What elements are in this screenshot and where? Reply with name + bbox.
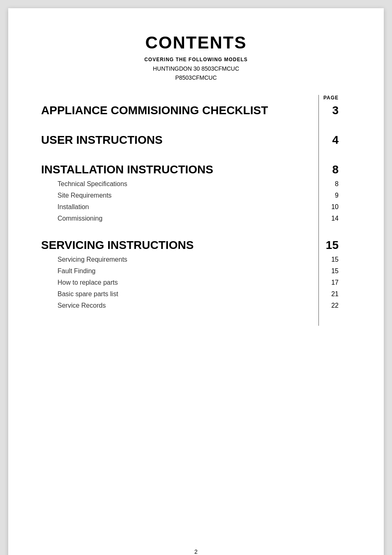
toc-section-user: USER INSTRUCTIONS 4: [41, 134, 339, 147]
toc-row-installation: INSTALLATION INSTRUCTIONS 8: [41, 163, 339, 176]
toc-row-serv-req: Servicing Requirements 15: [41, 256, 339, 263]
model1: HUNTINGDON 30 8503CFMCUC: [41, 64, 351, 73]
toc-sub-spare-parts: Basic spare parts list: [41, 290, 306, 298]
toc-sub-site-req: Site Requirements: [41, 192, 306, 199]
toc-left-column: PAGE APPLIANCE COMMISIONING CHECKLIST 3 …: [41, 95, 351, 326]
toc-row-service-records: Service Records 22: [41, 302, 339, 309]
toc-sub-fault-finding: Fault Finding: [41, 267, 306, 275]
toc-page-serv-req: 15: [306, 256, 339, 263]
toc-page-user: 4: [306, 134, 339, 147]
toc-section-installation: INSTALLATION INSTRUCTIONS 8 Technical Sp…: [41, 163, 339, 222]
toc-page-site-req: 9: [306, 192, 339, 199]
toc-sub-replace-parts: How to replace parts: [41, 279, 306, 286]
toc-page-installation: 8: [306, 163, 339, 176]
toc-page-commissioning: 3: [306, 104, 339, 117]
toc-page-commissioning-sub: 14: [306, 215, 339, 222]
toc-row-spare-parts: Basic spare parts list 21: [41, 290, 339, 298]
toc-row-installation-sub: Installation 10: [41, 203, 339, 211]
toc-sub-commissioning: Commissioning: [41, 215, 306, 222]
page-header: CONTENTS COVERING THE FOLLOWING MODELS H…: [41, 33, 351, 83]
page-col-label: PAGE: [306, 95, 339, 101]
toc-sub-installation: Installation: [41, 203, 306, 211]
toc-page-spare-parts: 21: [306, 290, 339, 298]
toc-sub-tech-spec: Technical Specifications: [41, 180, 306, 188]
toc-heading-installation: INSTALLATION INSTRUCTIONS: [41, 163, 306, 176]
toc-row-tech-spec: Technical Specifications 8: [41, 180, 339, 188]
covering-label: COVERING THE FOLLOWING MODELS: [41, 57, 351, 62]
toc-heading-commissioning: APPLIANCE COMMISIONING CHECKLIST: [41, 104, 306, 117]
toc-section-commissioning: APPLIANCE COMMISIONING CHECKLIST 3: [41, 104, 339, 117]
model2: P8503CFMCUC: [41, 73, 351, 82]
toc-content-area: PAGE APPLIANCE COMMISIONING CHECKLIST 3 …: [41, 95, 351, 326]
toc-row-commissioning: Commissioning 14: [41, 215, 339, 222]
toc-row-replace-parts: How to replace parts 17: [41, 279, 339, 286]
toc-row-servicing: SERVICING INSTRUCTIONS 15: [41, 239, 339, 252]
toc-row-user: USER INSTRUCTIONS 4: [41, 134, 339, 147]
page-title: CONTENTS: [41, 33, 351, 53]
toc-heading-user: USER INSTRUCTIONS: [41, 134, 306, 147]
toc-row-fault-finding: Fault Finding 15: [41, 267, 339, 275]
toc-row-site-req: Site Requirements 9: [41, 192, 339, 199]
toc-page-tech-spec: 8: [306, 180, 339, 188]
toc-page-fault-finding: 15: [306, 267, 339, 275]
toc-page-service-records: 22: [306, 302, 339, 309]
toc-row-commissioning: APPLIANCE COMMISIONING CHECKLIST 3: [41, 104, 339, 117]
toc-section-servicing: SERVICING INSTRUCTIONS 15 Servicing Requ…: [41, 239, 339, 309]
toc-page-replace-parts: 17: [306, 279, 339, 286]
page: CONTENTS COVERING THE FOLLOWING MODELS H…: [8, 8, 384, 555]
toc-heading-servicing: SERVICING INSTRUCTIONS: [41, 239, 306, 252]
toc-sub-serv-req: Servicing Requirements: [41, 256, 306, 263]
toc-page-installation-sub: 10: [306, 203, 339, 211]
page-number: 2: [194, 548, 198, 555]
toc-page-servicing: 15: [306, 239, 339, 252]
toc-sub-service-records: Service Records: [41, 302, 306, 309]
